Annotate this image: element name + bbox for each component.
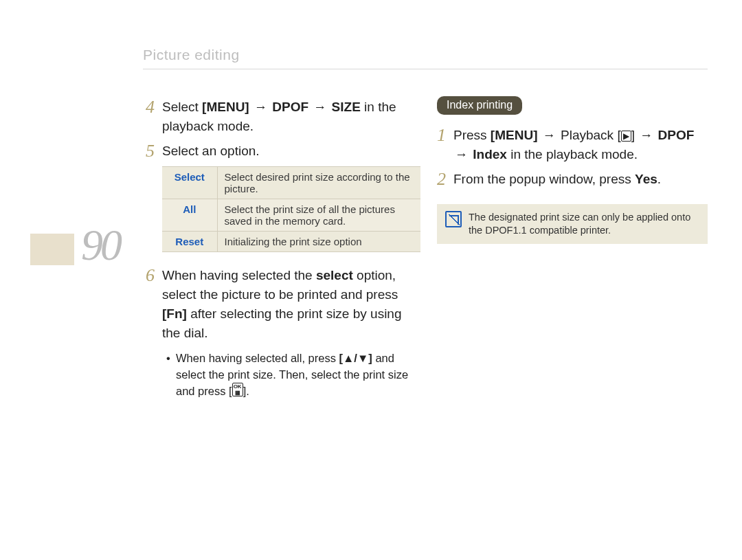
step-number: 1: [437, 126, 453, 145]
text: after selecting the print size by using …: [162, 306, 401, 340]
right-column: Index printing 1 Press [MENU] → Playback…: [437, 96, 712, 244]
note-box: The designated print size can only be ap…: [437, 204, 708, 244]
text: in the playback mode.: [507, 147, 638, 161]
dpof-label: DPOF: [654, 128, 694, 142]
arrow-icon: →: [543, 126, 556, 145]
page-number: 90: [81, 220, 120, 271]
bullet-dot: •: [166, 350, 176, 399]
playback-key-icon: ▶: [621, 131, 631, 142]
step-number: 6: [146, 266, 162, 285]
option-key: Select: [162, 167, 217, 199]
playback-label: Playback: [557, 128, 618, 142]
step-6: 6 When having selected the select option…: [146, 266, 420, 343]
yes-label: Yes: [635, 172, 657, 186]
text: When having selected the: [162, 268, 316, 282]
option-desc: Select desired print size according to t…: [217, 167, 420, 199]
note-text: The designated print size can only be ap…: [469, 211, 699, 237]
text: ].: [243, 385, 249, 397]
step-1: 1 Press [MENU] → Playback [▶] → DPOF → I…: [437, 126, 712, 164]
page: Picture editing 90 4 Select [MENU] → DPO…: [0, 0, 742, 560]
arrow-icon: →: [254, 98, 267, 117]
bullet-text: When having selected all, press [▲/▼] an…: [176, 350, 420, 399]
updown-key: [▲/▼]: [339, 352, 372, 364]
ok-top: OK: [234, 383, 242, 390]
step-text: Press [MENU] → Playback [▶] → DPOF → Ind…: [453, 126, 712, 164]
step-4: 4 Select [MENU] → DPOF → SIZE in the pla…: [146, 98, 420, 136]
arrow-icon: →: [455, 145, 468, 164]
step-number: 4: [146, 98, 162, 117]
size-label: SIZE: [332, 100, 361, 114]
arrow-icon: →: [640, 126, 653, 145]
step-number: 2: [437, 170, 453, 189]
section-pill: Index printing: [437, 96, 522, 115]
option-desc: Select the print size of all the picture…: [217, 199, 420, 232]
step-text: When having selected the select option, …: [162, 266, 420, 343]
page-number-background: [30, 234, 74, 265]
left-column: 4 Select [MENU] → DPOF → SIZE in the pla…: [146, 98, 420, 399]
section-title: Picture editing: [143, 47, 240, 63]
text: Select: [162, 100, 202, 114]
table-row: All Select the print size of all the pic…: [162, 199, 420, 232]
sub-bullet: • When having selected all, press [▲/▼] …: [166, 350, 420, 399]
fn-key: [Fn]: [162, 306, 187, 321]
step-5: 5 Select an option.: [146, 142, 420, 161]
table-row: Select Select desired print size accordi…: [162, 167, 420, 199]
text: When having selected all, press: [176, 352, 339, 364]
ok-bottom: ▦: [234, 390, 242, 396]
step-2: 2 From the popup window, press Yes.: [437, 170, 712, 189]
header-rule: [143, 69, 708, 69]
note-icon: [445, 211, 462, 227]
index-label: Index: [469, 147, 507, 161]
option-desc: Initializing the print size option: [217, 232, 420, 252]
step-number: 5: [146, 142, 162, 161]
menu-key: [MENU]: [202, 100, 249, 114]
text: Press: [453, 128, 491, 142]
arrow-icon: →: [313, 98, 326, 117]
select-word: select: [316, 268, 353, 282]
step-text: Select [MENU] → DPOF → SIZE in the playb…: [162, 98, 420, 136]
option-key: Reset: [162, 232, 217, 252]
text: .: [657, 172, 661, 186]
ok-key-icon: OK▦: [232, 383, 243, 396]
table-row: Reset Initializing the print size option: [162, 232, 420, 252]
menu-key: [MENU]: [491, 128, 538, 142]
dpof-label: DPOF: [272, 100, 308, 114]
options-table: Select Select desired print size accordi…: [162, 166, 420, 252]
text: From the popup window, press: [453, 172, 635, 186]
option-key: All: [162, 199, 217, 232]
step-text: Select an option.: [162, 142, 260, 161]
step-text: From the popup window, press Yes.: [453, 170, 661, 189]
